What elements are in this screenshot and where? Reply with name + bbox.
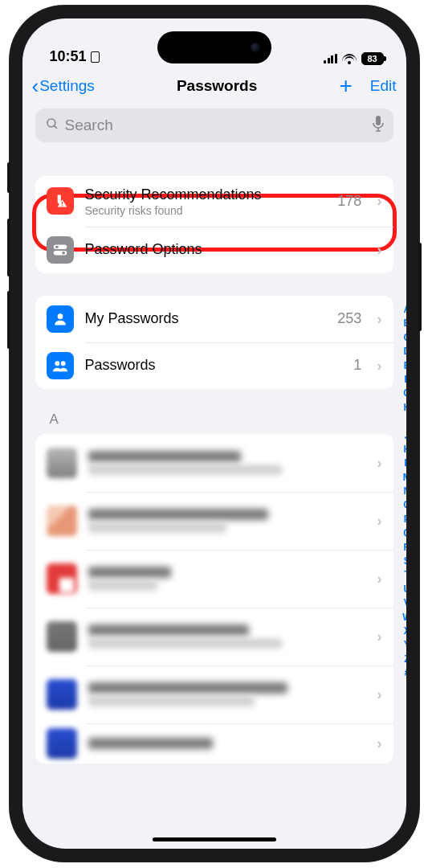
security-recommendations-row[interactable]: Security Recommendations Security risks … (35, 176, 393, 227)
svg-point-12 (55, 361, 59, 366)
add-button[interactable]: + (339, 75, 352, 97)
index-letter[interactable]: T (402, 568, 406, 582)
index-letter[interactable]: G (402, 387, 406, 400)
row-title: Password Options (85, 240, 366, 259)
svg-point-13 (60, 361, 65, 366)
item-thumbnail (47, 563, 77, 594)
edit-button[interactable]: Edit (370, 77, 397, 95)
index-bar[interactable]: ABCDEFGHIJKLMNOPQRSTUVWXYZ# (402, 303, 406, 681)
search-input[interactable]: Search (35, 108, 393, 142)
row-count: 1 (353, 357, 361, 374)
list-item[interactable]: › (35, 665, 393, 723)
index-letter[interactable]: K (402, 443, 406, 457)
index-letter[interactable]: O (402, 498, 406, 512)
list-item[interactable]: › (35, 492, 393, 550)
svg-point-10 (62, 251, 65, 254)
index-letter[interactable]: D (402, 345, 406, 358)
camera-dot (251, 43, 260, 52)
svg-point-0 (47, 119, 55, 127)
battery-icon: 83 (361, 52, 384, 65)
index-letter[interactable]: W (402, 611, 406, 624)
row-count: 253 (337, 310, 361, 327)
chevron-left-icon: ‹ (32, 76, 39, 96)
list-item[interactable]: › (35, 608, 393, 665)
row-title: Passwords (85, 356, 343, 375)
screen: 10:51 83 ‹ Settings Passwords (22, 18, 406, 849)
search-icon (45, 117, 59, 134)
section-header-a: A (35, 411, 393, 428)
row-title: My Passwords (85, 309, 327, 328)
index-letter[interactable]: F (402, 373, 406, 387)
passwords-row[interactable]: Passwords 1 › (35, 342, 393, 389)
index-letter[interactable]: Z (402, 653, 406, 666)
item-thumbnail (47, 448, 77, 478)
my-passwords-row[interactable]: My Passwords 253 › (35, 296, 393, 342)
index-letter[interactable]: V (402, 596, 406, 610)
index-letter[interactable]: M (402, 471, 406, 485)
status-left: 10:51 (50, 48, 100, 65)
side-button (7, 219, 10, 276)
back-button[interactable]: ‹ Settings (32, 76, 95, 96)
index-letter[interactable]: S (402, 555, 406, 568)
sim-icon (91, 51, 100, 63)
svg-rect-6 (61, 205, 62, 206)
person-icon (47, 305, 74, 333)
index-letter[interactable]: I (402, 415, 406, 428)
page-title: Passwords (177, 77, 257, 95)
chevron-right-icon: › (377, 454, 381, 472)
index-letter[interactable]: P (402, 513, 406, 526)
battery-level: 83 (367, 54, 377, 63)
group-passwords: My Passwords 253 › Passwords (35, 296, 393, 389)
home-indicator[interactable] (153, 837, 276, 841)
row-title: Security Recommendations (85, 186, 327, 204)
side-button (7, 291, 10, 349)
list-item[interactable]: › (35, 550, 393, 608)
item-thumbnail (47, 679, 77, 710)
toggles-icon (47, 236, 74, 264)
index-letter[interactable]: N (402, 485, 406, 498)
nav-bar: ‹ Settings Passwords + Edit (22, 67, 406, 105)
item-thumbnail (47, 506, 77, 536)
index-letter[interactable]: # (402, 666, 406, 680)
wifi-icon (342, 54, 357, 64)
svg-line-1 (54, 125, 57, 129)
password-options-row[interactable]: Password Options › (35, 227, 393, 273)
content: Security Recommendations Security risks … (22, 176, 406, 764)
dynamic-island (157, 31, 271, 63)
index-letter[interactable]: A (402, 303, 406, 317)
row-count: 178 (337, 193, 361, 210)
signal-icon (324, 54, 337, 63)
people-icon (47, 352, 74, 379)
index-letter[interactable]: X (402, 624, 406, 638)
index-letter[interactable]: Q (402, 526, 406, 540)
status-time: 10:51 (50, 48, 87, 65)
item-thumbnail (47, 621, 77, 652)
index-letter[interactable]: U (402, 583, 406, 596)
search-placeholder: Search (65, 117, 367, 134)
index-letter[interactable]: E (402, 359, 406, 373)
mic-icon[interactable] (373, 116, 384, 135)
group-primary: Security Recommendations Security risks … (35, 176, 393, 273)
chevron-right-icon: › (377, 686, 381, 703)
svg-rect-2 (376, 116, 381, 125)
chevron-right-icon: › (377, 357, 381, 375)
list-item[interactable]: › (35, 723, 393, 764)
svg-point-11 (57, 313, 63, 319)
side-button (7, 162, 10, 193)
index-letter[interactable]: Y (402, 638, 406, 652)
chevron-right-icon: › (377, 310, 381, 328)
chevron-right-icon: › (377, 241, 381, 259)
index-letter[interactable]: H (402, 401, 406, 415)
password-list: › › › (35, 434, 393, 764)
chevron-right-icon: › (377, 192, 381, 210)
side-button (418, 243, 422, 331)
item-thumbnail (47, 728, 77, 759)
index-letter[interactable]: B (402, 317, 406, 330)
list-item[interactable]: › (35, 434, 393, 492)
index-letter[interactable]: L (402, 457, 406, 470)
index-letter[interactable]: J (402, 429, 406, 443)
shield-alert-icon (47, 187, 74, 215)
index-letter[interactable]: R (402, 541, 406, 555)
index-letter[interactable]: C (402, 331, 406, 345)
svg-rect-5 (61, 202, 62, 204)
